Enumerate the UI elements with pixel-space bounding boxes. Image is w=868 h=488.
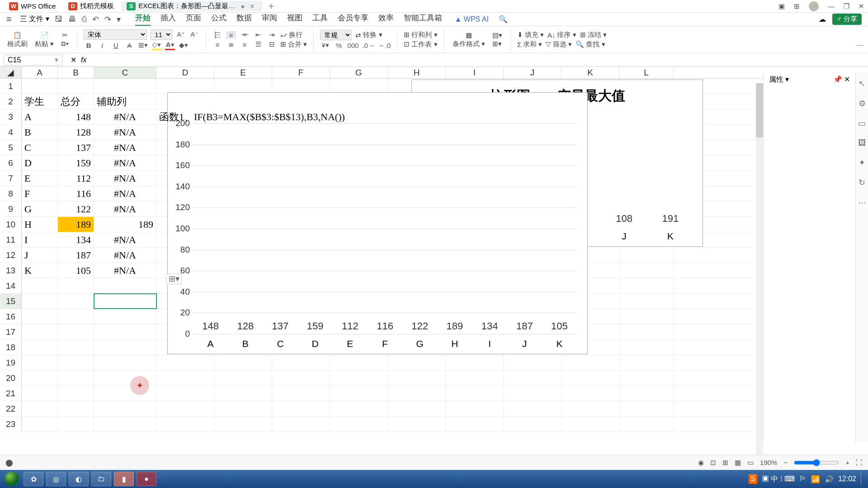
col-header[interactable]: C: [94, 67, 156, 78]
border-button[interactable]: ⊞▾: [138, 41, 148, 49]
cell[interactable]: [22, 309, 58, 324]
file-menu[interactable]: 三 文件 ▾: [20, 14, 49, 24]
cell[interactable]: B: [22, 125, 58, 140]
cell[interactable]: [58, 355, 94, 370]
cell[interactable]: [619, 248, 674, 263]
cell[interactable]: [504, 371, 561, 385]
more-icon[interactable]: ⋯: [858, 197, 866, 207]
cell[interactable]: [330, 355, 388, 370]
cell[interactable]: [388, 371, 446, 385]
zoom-out-icon[interactable]: −: [783, 459, 788, 466]
cell[interactable]: [446, 371, 504, 385]
wrap-button[interactable]: ⮐换行: [280, 31, 302, 39]
row-header[interactable]: 5: [0, 140, 22, 155]
row-header[interactable]: 7: [0, 171, 22, 186]
cell[interactable]: [22, 401, 58, 416]
cell[interactable]: #N/A: [94, 140, 156, 155]
cell[interactable]: [214, 355, 272, 370]
cell[interactable]: 函数1、IF(B3=MAX($B$3:$B$13),B3,NA()): [156, 109, 214, 124]
cell[interactable]: A: [22, 109, 58, 124]
cell[interactable]: [330, 371, 388, 385]
tray-flag-icon[interactable]: 🏳: [799, 475, 807, 483]
history-icon[interactable]: ↻: [859, 178, 865, 188]
row-header[interactable]: 2: [0, 94, 22, 109]
tab-review[interactable]: 审阅: [262, 13, 277, 26]
cell[interactable]: [504, 355, 561, 370]
close-icon[interactable]: ✕: [248, 3, 257, 10]
taskbar-chrome[interactable]: ◎: [46, 472, 66, 486]
cell[interactable]: [388, 386, 446, 401]
zoom-slider[interactable]: [794, 459, 839, 466]
cell[interactable]: [94, 294, 156, 309]
app-tab-wps[interactable]: W WPS Office: [4, 1, 61, 11]
dropdown-icon[interactable]: ▾: [117, 14, 121, 24]
tray-ime-icon[interactable]: ▣ 中 ⁝ ⌨: [762, 474, 795, 484]
row-header[interactable]: 9: [0, 202, 22, 216]
cell[interactable]: [94, 79, 156, 94]
cond-format-button[interactable]: 条件格式 ▾: [453, 40, 485, 48]
cell[interactable]: #N/A: [94, 232, 156, 247]
cell[interactable]: [619, 278, 674, 293]
cell[interactable]: [58, 340, 94, 355]
sparkle-icon[interactable]: ✦: [859, 158, 865, 168]
cell[interactable]: [619, 263, 674, 278]
cell[interactable]: [619, 371, 674, 385]
cell[interactable]: [94, 278, 156, 293]
col-header[interactable]: G: [330, 67, 388, 78]
cell[interactable]: [272, 386, 330, 401]
cell[interactable]: [330, 417, 388, 432]
col-header[interactable]: E: [214, 67, 272, 78]
cell[interactable]: [22, 79, 58, 94]
cell[interactable]: [272, 417, 330, 432]
cell[interactable]: [330, 79, 388, 94]
row-header[interactable]: 14: [0, 278, 22, 293]
col-header[interactable]: J: [504, 67, 561, 78]
row-header[interactable]: 17: [0, 324, 22, 339]
clipboard-icon[interactable]: 📋: [13, 31, 22, 39]
cell[interactable]: K: [22, 263, 58, 278]
app-tab-doc[interactable]: S EXCEL图表：条形图—凸显最… ● ✕: [121, 1, 262, 11]
cell[interactable]: [58, 371, 94, 385]
cell[interactable]: [156, 371, 214, 385]
search-icon[interactable]: 🔍: [499, 15, 508, 23]
chart-main[interactable]: 020406080100120140160180200 148128137159…: [167, 92, 588, 354]
merge-button[interactable]: ⊞合并 ▾: [280, 40, 307, 49]
cell[interactable]: #N/A: [94, 263, 156, 278]
align-mid-icon[interactable]: ≡: [226, 31, 236, 39]
bold-button[interactable]: B: [84, 42, 94, 49]
zoom-in-icon[interactable]: +: [845, 459, 849, 466]
view-read-icon[interactable]: ▭: [747, 459, 754, 467]
col-header[interactable]: H: [388, 67, 446, 78]
cell[interactable]: [94, 417, 156, 432]
row-header[interactable]: 20: [0, 371, 22, 385]
indent-dec-icon[interactable]: ⇤: [253, 31, 263, 39]
cell[interactable]: [156, 417, 214, 432]
cell[interactable]: [446, 386, 504, 401]
avatar[interactable]: [809, 1, 819, 11]
vertical-scrollbar[interactable]: [756, 83, 763, 456]
tab-insert[interactable]: 插入: [160, 13, 176, 26]
cell[interactable]: [22, 340, 58, 355]
cell[interactable]: [272, 371, 330, 385]
tab-page[interactable]: 页面: [186, 13, 201, 26]
tab-start[interactable]: 开始: [135, 13, 151, 26]
view-page-icon[interactable]: ⊡: [710, 459, 716, 467]
cell[interactable]: 105: [58, 263, 94, 278]
row-header[interactable]: 10: [0, 217, 22, 232]
tab-tools[interactable]: 工具: [312, 13, 328, 26]
cell[interactable]: [22, 294, 58, 309]
cell[interactable]: G: [22, 202, 58, 216]
cell[interactable]: [272, 355, 330, 370]
view-normal-icon[interactable]: ◉: [698, 459, 704, 467]
cell[interactable]: I: [22, 232, 58, 247]
print-icon[interactable]: 🖶: [68, 14, 76, 24]
align-center-icon[interactable]: ≣: [226, 40, 236, 48]
cell[interactable]: [561, 401, 619, 416]
align-bottom-icon[interactable]: ⬲: [240, 31, 250, 39]
select-icon[interactable]: ↖: [859, 79, 865, 89]
underline-button[interactable]: U: [111, 42, 121, 49]
freeze-button[interactable]: ⊞冻结 ▾: [580, 31, 607, 39]
maximize-icon[interactable]: ❐: [844, 2, 849, 10]
cell-style-icon[interactable]: ▤▾: [492, 31, 502, 39]
cell[interactable]: [561, 417, 619, 432]
